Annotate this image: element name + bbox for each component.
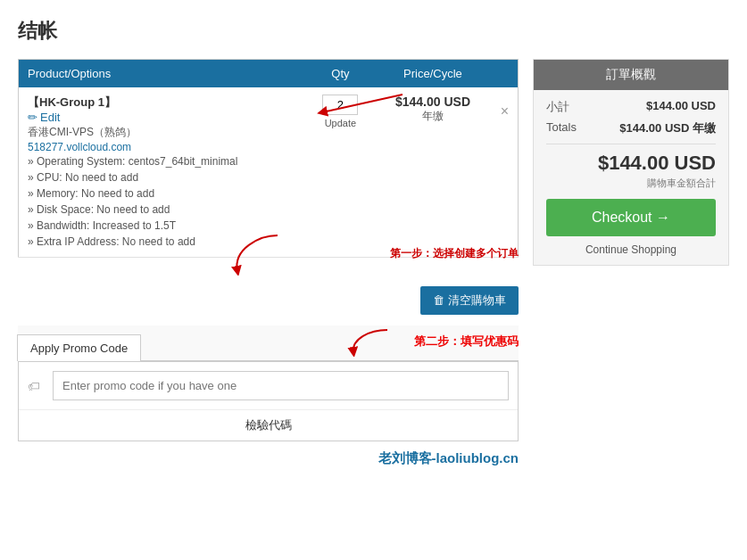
- step1-annotation-text: 第一步：选择创建多个订单: [390, 246, 519, 261]
- step2-annotation-text: 第二步：填写优惠码: [414, 334, 519, 350]
- edit-link[interactable]: ✏Edit: [28, 111, 60, 124]
- left-section: Product/Options Qty Price/Cycle 【HK-Grou…: [18, 59, 519, 467]
- option-disk: » Disk Space: No need to add: [28, 202, 298, 218]
- promo-input-row: 🏷: [19, 361, 518, 409]
- price-amount: $144.00 USD: [395, 95, 470, 109]
- subtotal-row: 小計 $144.00 USD: [546, 99, 716, 115]
- promo-section: Apply Promo Code 第二步：填写优惠码: [18, 325, 519, 441]
- right-section: 訂單概觀 小計 $144.00 USD Totals $144.00 USD 年…: [533, 59, 729, 266]
- totals-row: Totals $144.00 USD 年缴: [546, 120, 716, 136]
- step2-arrow-icon: [343, 325, 396, 357]
- cart-table: Product/Options Qty Price/Cycle 【HK-Grou…: [18, 59, 519, 258]
- price-cycle: 年缴: [383, 109, 482, 124]
- continue-shopping-link[interactable]: Continue Shopping: [546, 243, 716, 256]
- col-remove: [492, 60, 519, 88]
- order-summary-title: 訂單概觀: [534, 60, 728, 90]
- page-wrapper: 结帐 Product/Options Qty Price/Cycle: [0, 0, 747, 560]
- main-content: Product/Options Qty Price/Cycle 【HK-Grou…: [18, 59, 729, 467]
- tag-icon: 🏷: [28, 379, 40, 393]
- product-name: 【HK-Group 1】: [28, 95, 298, 111]
- clear-cart-button[interactable]: 🗑 清空購物車: [420, 286, 519, 315]
- promo-body: 🏷 檢驗代碼: [18, 361, 519, 441]
- validate-button[interactable]: 檢驗代碼: [245, 417, 292, 433]
- total-sub-label: 購物車金額合計: [546, 177, 716, 190]
- cart-actions: 🗑 清空購物車: [18, 286, 519, 315]
- order-summary: 訂單概觀 小計 $144.00 USD Totals $144.00 USD 年…: [533, 59, 729, 266]
- total-amount: $144.00 USD: [546, 152, 716, 175]
- promo-tab[interactable]: Apply Promo Code: [17, 334, 141, 361]
- option-memory: » Memory: No need to add: [28, 185, 298, 202]
- col-product: Product/Options: [19, 60, 307, 88]
- summary-divider: [546, 144, 716, 144]
- watermark: 老刘博客-laoliublog.cn: [18, 450, 519, 467]
- option-os: » Operating System: centos7_64bit_minima…: [28, 153, 298, 169]
- col-price: Price/Cycle: [374, 60, 491, 88]
- promo-validate-row: 檢驗代碼: [19, 409, 518, 441]
- option-cpu: » CPU: No need to add: [28, 169, 298, 185]
- promo-tab-area: Apply Promo Code 第二步：填写优惠码: [18, 325, 519, 361]
- col-qty: Qty: [307, 60, 375, 88]
- product-subtitle: 香港CMI-VPS（熟鸽）: [28, 124, 298, 140]
- remove-button[interactable]: ×: [501, 95, 509, 119]
- promo-input[interactable]: [53, 371, 509, 400]
- subtotal-value: $144.00 USD: [646, 99, 716, 115]
- step1-annotation-row: 第一步：选择创建多个订单: [18, 231, 519, 276]
- trash-icon: 🗑: [433, 293, 448, 307]
- product-link[interactable]: 518277.vollcloud.com: [28, 141, 131, 153]
- subtotal-label: 小計: [546, 99, 569, 115]
- checkout-button[interactable]: Checkout →: [546, 199, 716, 236]
- promo-tab-row: Apply Promo Code 第二步：填写优惠码: [18, 325, 519, 360]
- pencil-icon: ✏: [28, 111, 37, 124]
- step1-arrow-graphic: [224, 231, 295, 276]
- totals-label: Totals: [546, 120, 577, 136]
- page-title: 结帐: [18, 18, 729, 45]
- totals-value: $144.00 USD 年缴: [619, 120, 716, 136]
- step2-annotation-row: 第二步：填写优惠码: [343, 325, 519, 360]
- order-summary-body: 小計 $144.00 USD Totals $144.00 USD 年缴 $14…: [534, 90, 728, 265]
